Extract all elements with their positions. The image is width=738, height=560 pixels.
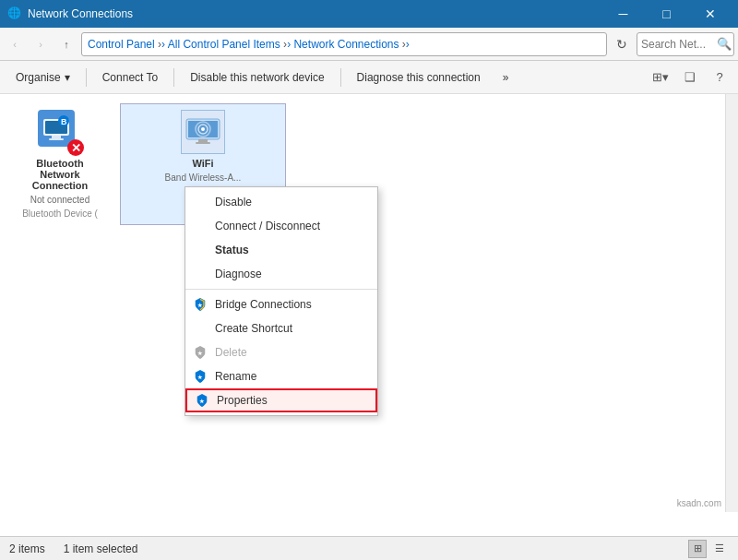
rename-label: Rename <box>215 370 256 383</box>
shield-svg-rename: ★ <box>194 370 207 383</box>
breadcrumb[interactable]: Control Panel › All Control Panel Items … <box>81 32 607 56</box>
status-bar: 2 items 1 item selected ⊞ ☰ <box>0 536 738 560</box>
wifi-network-name: WiFi <box>192 158 213 169</box>
connect-disconnect-label: Connect / Disconnect <box>215 220 320 232</box>
view-buttons: ⊞ ☰ <box>688 540 729 558</box>
search-box[interactable]: 🔍 <box>637 32 734 56</box>
diagnose-label: Diagnose this connection <box>357 71 481 84</box>
disable-label: Disable this network device <box>190 71 324 84</box>
computer-svg: B <box>40 112 73 145</box>
toolbar-separator-3 <box>340 68 341 87</box>
organise-button[interactable]: Organise ▾ <box>6 65 80 90</box>
bluetooth-type: Bluetooth Device ( <box>22 209 98 219</box>
svg-text:B: B <box>61 117 67 126</box>
ctx-separator-1 <box>185 289 377 290</box>
title-bar: 🌐 Network Connections ─ □ ✕ <box>0 0 738 28</box>
maximize-button[interactable]: □ <box>646 0 687 28</box>
bluetooth-network-name: Bluetooth Network Connection <box>16 158 104 191</box>
context-menu: Disable Connect / Disconnect Status Diag… <box>184 186 378 416</box>
up-button[interactable]: ↑ <box>55 33 77 55</box>
ctx-disable[interactable]: Disable <box>185 190 377 214</box>
window-icon: 🌐 <box>7 6 22 21</box>
svg-rect-2 <box>52 136 61 138</box>
delete-label: Delete <box>215 346 247 359</box>
wifi-svg <box>184 113 221 150</box>
minimize-button[interactable]: ─ <box>602 0 644 28</box>
shield-svg-properties: ★ <box>196 394 208 407</box>
view-options-button[interactable]: ⊞▾ <box>648 65 673 90</box>
search-icon: 🔍 <box>717 37 732 51</box>
more-button[interactable]: » <box>493 65 519 90</box>
properties-label: Properties <box>217 394 268 407</box>
organise-label: Organise <box>16 71 61 84</box>
breadcrumb-arrow: › <box>406 38 410 51</box>
diagnose-ctx-label: Diagnose <box>215 268 262 280</box>
window-controls: ─ □ ✕ <box>602 0 731 28</box>
details-view-button[interactable]: ☰ <box>710 540 729 558</box>
ctx-properties[interactable]: ★ Properties <box>185 388 377 412</box>
bluetooth-status: Not connected <box>30 195 90 205</box>
wifi-status: Band Wireless-A... <box>165 173 242 183</box>
search-input[interactable] <box>641 38 713 51</box>
ctx-bridge-connections[interactable]: ★ Bridge Connections <box>185 292 377 316</box>
bluetooth-network-item[interactable]: B ✕ Bluetooth Network Connection Not con… <box>9 103 111 225</box>
properties-shield-icon: ★ <box>195 393 209 408</box>
diagnose-button[interactable]: Diagnose this connection <box>347 65 491 90</box>
watermark: ksadn.com <box>677 498 721 508</box>
forward-button[interactable]: › <box>30 33 52 55</box>
selected-count: 1 item selected <box>64 542 138 555</box>
create-shortcut-label: Create Shortcut <box>215 322 292 335</box>
breadcrumb-item-3[interactable]: › Network Connections <box>287 38 406 51</box>
organise-arrow: ▾ <box>65 71 70 84</box>
back-button[interactable]: ‹ <box>4 33 26 55</box>
error-overlay-icon: ✕ <box>67 139 84 156</box>
disable-label: Disable <box>215 196 252 209</box>
main-content: B ✕ Bluetooth Network Connection Not con… <box>0 94 738 536</box>
svg-point-12 <box>201 127 205 131</box>
toolbar-separator-2 <box>173 68 174 87</box>
scrollbar[interactable] <box>725 94 738 512</box>
disable-button[interactable]: Disable this network device <box>180 65 334 90</box>
rename-shield-icon: ★ <box>193 369 208 384</box>
wifi-icon-container <box>181 110 225 154</box>
toolbar-right: ⊞▾ ❑ ? <box>648 65 732 90</box>
connect-to-label: Connect To <box>102 71 159 84</box>
toolbar: Organise ▾ Connect To Disable this netwo… <box>0 61 738 94</box>
window-title: Network Connections <box>28 7 602 20</box>
shield-svg-bridge: ★ <box>194 298 207 311</box>
svg-rect-9 <box>196 142 210 144</box>
svg-rect-8 <box>198 139 208 142</box>
bridge-shield-icon: ★ <box>193 297 208 312</box>
ctx-delete[interactable]: ★ Delete <box>185 340 377 364</box>
status-label: Status <box>215 244 249 256</box>
close-button[interactable]: ✕ <box>689 0 731 28</box>
large-icons-view-button[interactable]: ⊞ <box>688 540 707 558</box>
ctx-rename[interactable]: ★ Rename <box>185 364 377 388</box>
refresh-button[interactable]: ↻ <box>611 33 633 55</box>
bluetooth-icon-container: B ✕ <box>38 110 82 154</box>
ctx-connect-disconnect[interactable]: Connect / Disconnect <box>185 214 377 238</box>
breadcrumb-item-1[interactable]: Control Panel <box>88 38 161 51</box>
more-label: » <box>503 71 509 84</box>
bridge-connections-label: Bridge Connections <box>215 298 312 311</box>
svg-rect-3 <box>49 138 64 140</box>
breadcrumb-item-2[interactable]: › All Control Panel Items <box>161 38 287 51</box>
ctx-diagnose[interactable]: Diagnose <box>185 262 377 286</box>
toolbar-separator-1 <box>86 68 87 87</box>
shield-svg-delete: ★ <box>194 346 207 359</box>
columns-button[interactable]: ❑ <box>677 65 703 90</box>
ctx-create-shortcut[interactable]: Create Shortcut <box>185 316 377 340</box>
item-count: 2 items <box>9 542 45 555</box>
connect-to-button[interactable]: Connect To <box>92 65 169 90</box>
help-button[interactable]: ? <box>707 65 732 90</box>
ctx-status[interactable]: Status <box>185 238 377 262</box>
delete-shield-icon: ★ <box>193 345 208 360</box>
address-bar: ‹ › ↑ Control Panel › All Control Panel … <box>0 28 738 61</box>
